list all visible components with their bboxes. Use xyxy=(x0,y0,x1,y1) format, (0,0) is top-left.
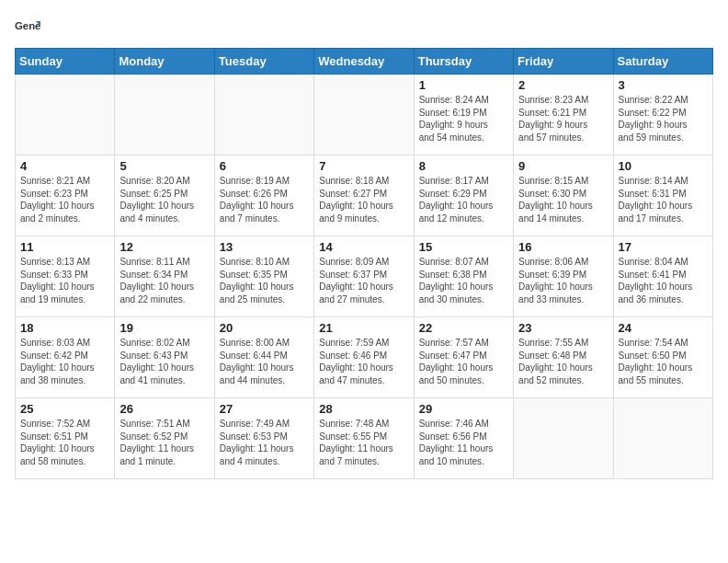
calendar-cell xyxy=(16,75,115,155)
day-info: Sunrise: 8:17 AMSunset: 6:29 PMDaylight:… xyxy=(419,175,508,224)
day-info: Sunrise: 8:15 AMSunset: 6:30 PMDaylight:… xyxy=(518,175,608,224)
calendar-cell: 18Sunrise: 8:03 AMSunset: 6:42 PMDayligh… xyxy=(16,317,115,398)
day-number: 4 xyxy=(20,159,109,173)
day-number: 15 xyxy=(419,240,508,254)
calendar-cell: 8Sunrise: 8:17 AMSunset: 6:29 PMDaylight… xyxy=(414,155,513,236)
calendar-week-row: 18Sunrise: 8:03 AMSunset: 6:42 PMDayligh… xyxy=(16,317,713,398)
day-number: 8 xyxy=(419,159,508,173)
day-info: Sunrise: 7:54 AMSunset: 6:50 PMDaylight:… xyxy=(619,337,708,386)
day-number: 22 xyxy=(419,321,508,335)
day-info: Sunrise: 7:52 AMSunset: 6:51 PMDaylight:… xyxy=(20,418,109,467)
calendar-cell: 7Sunrise: 8:18 AMSunset: 6:27 PMDaylight… xyxy=(314,155,414,236)
calendar-cell: 5Sunrise: 8:20 AMSunset: 6:25 PMDaylight… xyxy=(115,155,214,236)
day-number: 28 xyxy=(319,402,408,416)
day-number: 27 xyxy=(220,402,309,416)
day-number: 9 xyxy=(518,159,608,173)
day-info: Sunrise: 8:20 AMSunset: 6:25 PMDaylight:… xyxy=(119,175,209,224)
day-info: Sunrise: 8:06 AMSunset: 6:39 PMDaylight:… xyxy=(518,256,608,305)
calendar-cell: 4Sunrise: 8:21 AMSunset: 6:23 PMDaylight… xyxy=(16,155,115,236)
calendar-cell: 2Sunrise: 8:23 AMSunset: 6:21 PMDaylight… xyxy=(514,75,613,155)
day-info: Sunrise: 8:18 AMSunset: 6:27 PMDaylight:… xyxy=(319,175,408,224)
calendar-cell: 3Sunrise: 8:22 AMSunset: 6:22 PMDaylight… xyxy=(613,75,712,155)
calendar-cell: 13Sunrise: 8:10 AMSunset: 6:35 PMDayligh… xyxy=(214,236,313,317)
day-number: 17 xyxy=(619,240,708,254)
day-number: 7 xyxy=(319,159,408,173)
day-info: Sunrise: 7:49 AMSunset: 6:53 PMDaylight:… xyxy=(220,418,309,467)
day-info: Sunrise: 8:10 AMSunset: 6:35 PMDaylight:… xyxy=(220,256,309,305)
day-number: 13 xyxy=(220,240,309,254)
day-number: 14 xyxy=(319,240,408,254)
day-of-week-header: Thursday xyxy=(414,49,513,75)
calendar-cell xyxy=(514,398,613,479)
day-info: Sunrise: 8:09 AMSunset: 6:37 PMDaylight:… xyxy=(319,256,408,305)
day-info: Sunrise: 7:57 AMSunset: 6:47 PMDaylight:… xyxy=(419,337,508,386)
calendar-cell: 14Sunrise: 8:09 AMSunset: 6:37 PMDayligh… xyxy=(314,236,414,317)
day-number: 26 xyxy=(119,402,209,416)
day-info: Sunrise: 8:07 AMSunset: 6:38 PMDaylight:… xyxy=(419,256,508,305)
day-number: 24 xyxy=(619,321,708,335)
calendar-cell: 11Sunrise: 8:13 AMSunset: 6:33 PMDayligh… xyxy=(16,236,115,317)
calendar-cell: 19Sunrise: 8:02 AMSunset: 6:43 PMDayligh… xyxy=(115,317,214,398)
day-number: 12 xyxy=(119,240,209,254)
day-info: Sunrise: 7:48 AMSunset: 6:55 PMDaylight:… xyxy=(319,418,408,467)
day-info: Sunrise: 8:00 AMSunset: 6:44 PMDaylight:… xyxy=(220,337,309,386)
day-of-week-header: Wednesday xyxy=(314,49,414,75)
day-number: 23 xyxy=(518,321,608,335)
page-header: General xyxy=(15,15,713,40)
calendar-cell: 20Sunrise: 8:00 AMSunset: 6:44 PMDayligh… xyxy=(214,317,313,398)
day-info: Sunrise: 8:03 AMSunset: 6:42 PMDaylight:… xyxy=(20,337,109,386)
calendar-cell: 23Sunrise: 7:55 AMSunset: 6:48 PMDayligh… xyxy=(514,317,613,398)
day-info: Sunrise: 8:19 AMSunset: 6:26 PMDaylight:… xyxy=(220,175,309,224)
calendar-cell: 26Sunrise: 7:51 AMSunset: 6:52 PMDayligh… xyxy=(115,398,214,479)
calendar-cell: 22Sunrise: 7:57 AMSunset: 6:47 PMDayligh… xyxy=(414,317,513,398)
calendar-cell: 10Sunrise: 8:14 AMSunset: 6:31 PMDayligh… xyxy=(613,155,712,236)
calendar-header-row: SundayMondayTuesdayWednesdayThursdayFrid… xyxy=(16,49,713,75)
calendar-week-row: 25Sunrise: 7:52 AMSunset: 6:51 PMDayligh… xyxy=(16,398,713,479)
day-number: 2 xyxy=(518,78,608,92)
calendar-cell xyxy=(314,75,414,155)
calendar-cell: 21Sunrise: 7:59 AMSunset: 6:46 PMDayligh… xyxy=(314,317,414,398)
calendar-cell: 16Sunrise: 8:06 AMSunset: 6:39 PMDayligh… xyxy=(514,236,613,317)
day-info: Sunrise: 8:23 AMSunset: 6:21 PMDaylight:… xyxy=(518,94,608,144)
logo-icon: General xyxy=(15,15,40,40)
calendar-cell: 24Sunrise: 7:54 AMSunset: 6:50 PMDayligh… xyxy=(613,317,712,398)
day-info: Sunrise: 7:46 AMSunset: 6:56 PMDaylight:… xyxy=(419,418,508,467)
day-number: 20 xyxy=(220,321,309,335)
calendar-cell xyxy=(214,75,313,155)
day-number: 6 xyxy=(220,159,309,173)
day-info: Sunrise: 8:14 AMSunset: 6:31 PMDaylight:… xyxy=(619,175,708,224)
calendar-cell: 29Sunrise: 7:46 AMSunset: 6:56 PMDayligh… xyxy=(414,398,513,479)
calendar-cell xyxy=(613,398,712,479)
calendar-week-row: 1Sunrise: 8:24 AMSunset: 6:19 PMDaylight… xyxy=(16,75,713,155)
day-number: 19 xyxy=(119,321,209,335)
day-info: Sunrise: 8:04 AMSunset: 6:41 PMDaylight:… xyxy=(619,256,708,305)
day-info: Sunrise: 8:21 AMSunset: 6:23 PMDaylight:… xyxy=(20,175,109,224)
day-number: 3 xyxy=(619,78,708,92)
calendar-cell: 25Sunrise: 7:52 AMSunset: 6:51 PMDayligh… xyxy=(16,398,115,479)
day-number: 1 xyxy=(419,78,508,92)
day-info: Sunrise: 8:13 AMSunset: 6:33 PMDaylight:… xyxy=(20,256,109,305)
day-number: 29 xyxy=(419,402,508,416)
calendar-week-row: 4Sunrise: 8:21 AMSunset: 6:23 PMDaylight… xyxy=(16,155,713,236)
day-info: Sunrise: 7:59 AMSunset: 6:46 PMDaylight:… xyxy=(319,337,408,386)
day-number: 18 xyxy=(20,321,109,335)
calendar-cell: 27Sunrise: 7:49 AMSunset: 6:53 PMDayligh… xyxy=(214,398,313,479)
day-info: Sunrise: 8:24 AMSunset: 6:19 PMDaylight:… xyxy=(419,94,508,144)
day-of-week-header: Sunday xyxy=(16,49,115,75)
day-of-week-header: Monday xyxy=(115,49,214,75)
day-number: 16 xyxy=(518,240,608,254)
day-number: 11 xyxy=(20,240,109,254)
day-number: 25 xyxy=(20,402,109,416)
day-number: 21 xyxy=(319,321,408,335)
calendar-cell: 1Sunrise: 8:24 AMSunset: 6:19 PMDaylight… xyxy=(414,75,513,155)
day-of-week-header: Friday xyxy=(514,49,613,75)
calendar-cell: 28Sunrise: 7:48 AMSunset: 6:55 PMDayligh… xyxy=(314,398,414,479)
day-info: Sunrise: 7:55 AMSunset: 6:48 PMDaylight:… xyxy=(518,337,608,386)
calendar-cell xyxy=(115,75,214,155)
day-number: 5 xyxy=(119,159,209,173)
calendar-week-row: 11Sunrise: 8:13 AMSunset: 6:33 PMDayligh… xyxy=(16,236,713,317)
day-of-week-header: Tuesday xyxy=(214,49,313,75)
day-of-week-header: Saturday xyxy=(613,49,712,75)
calendar-cell: 17Sunrise: 8:04 AMSunset: 6:41 PMDayligh… xyxy=(613,236,712,317)
calendar-cell: 15Sunrise: 8:07 AMSunset: 6:38 PMDayligh… xyxy=(414,236,513,317)
